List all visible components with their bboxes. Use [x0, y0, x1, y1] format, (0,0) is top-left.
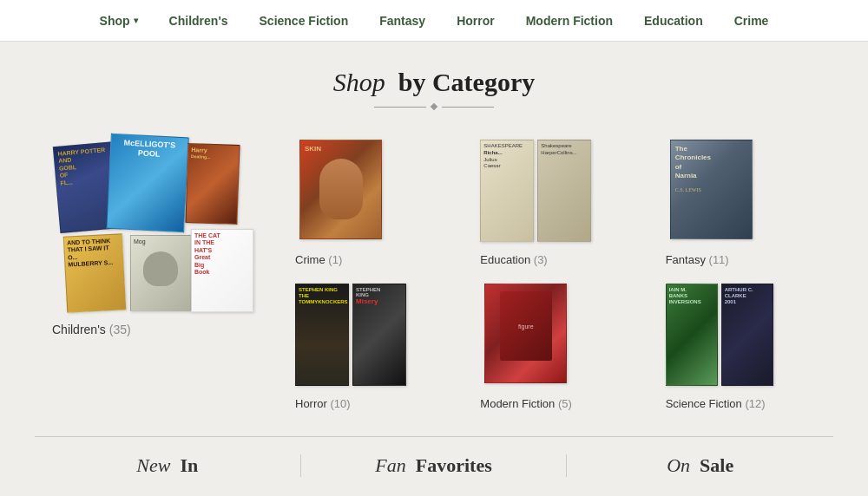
category-label-fantasy: Fantasy (11) — [666, 253, 729, 266]
page-title: Shop by Category — [35, 68, 833, 109]
nav-item-crime[interactable]: Crime — [719, 0, 785, 41]
chevron-down-icon: ▾ — [134, 16, 138, 25]
nav-item-science-fiction[interactable]: Science Fiction — [244, 0, 365, 41]
category-label-childrens: Children's (35) — [52, 323, 131, 336]
bottom-sections: New In Fan Favorites On Sale — [35, 436, 833, 477]
nav-item-education[interactable]: Education — [628, 0, 719, 41]
category-tile-fantasy[interactable]: TheChroniclesofNarnia C.S. LEWIS Fantasy… — [666, 135, 833, 266]
nav-item-shop[interactable]: Shop ▾ — [84, 0, 154, 41]
nav-item-childrens[interactable]: Children's — [154, 0, 244, 41]
title-line-right — [442, 107, 494, 108]
category-label-horror: Horror (10) — [295, 397, 351, 410]
category-tile-horror[interactable]: STEPHEN KINGTHE TOMMYKNOCKERS STEPHENKIN… — [295, 279, 463, 410]
category-label-science-fiction: Science Fiction (12) — [666, 397, 766, 410]
category-tile-childrens[interactable]: HARRY POTTER ANDGOBLOFFL... McELLIGOT'SP… — [35, 135, 278, 336]
title-diamond-icon — [431, 103, 437, 110]
category-tile-education[interactable]: SHAKESPEARERicha...JuliusCaesar Shakespe… — [480, 135, 648, 266]
section-on-sale[interactable]: On Sale — [567, 454, 833, 477]
title-divider — [35, 104, 833, 109]
category-label-education: Education (3) — [480, 253, 547, 266]
nav-item-horror[interactable]: Horror — [441, 0, 510, 41]
category-label-crime: Crime (1) — [295, 253, 342, 266]
nav-item-modern-fiction[interactable]: Modern Fiction — [510, 0, 628, 41]
section-fan-favorites[interactable]: Fan Favorites — [301, 454, 568, 477]
category-tile-science-fiction[interactable]: IAIN M.BANKSINVERSIONS ARTHUR C.CLARKE20… — [666, 279, 833, 410]
main-content: Shop by Category HARRY POTTER ANDGOBLOFF… — [0, 42, 868, 496]
section-new-in[interactable]: New In — [35, 454, 301, 477]
main-nav: Shop ▾ Children's Science Fiction Fantas… — [0, 0, 868, 42]
category-tile-crime[interactable]: SKIN Crime (1) — [295, 135, 463, 266]
title-line-left — [374, 107, 426, 108]
category-tile-modern-fiction[interactable]: figure Modern Fiction (5) — [480, 279, 648, 410]
shop-label: Shop — [100, 14, 130, 28]
nav-item-fantasy[interactable]: Fantasy — [364, 0, 441, 41]
category-label-modern-fiction: Modern Fiction (5) — [480, 397, 572, 410]
